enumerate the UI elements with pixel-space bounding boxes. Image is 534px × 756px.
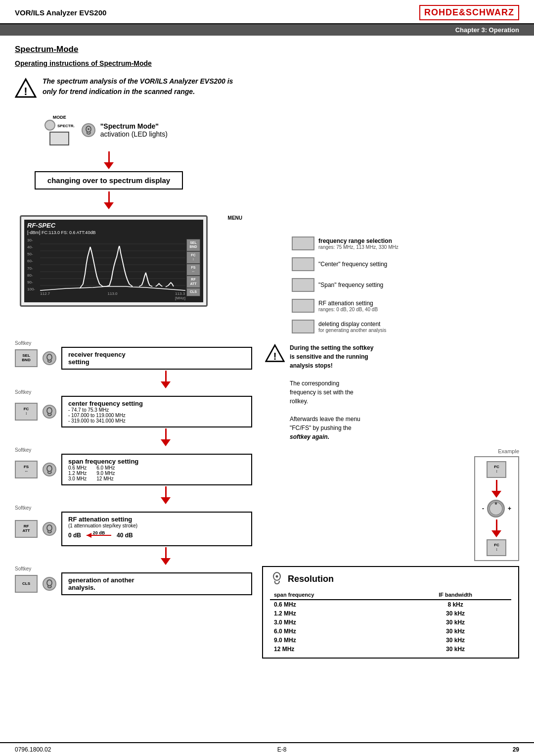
resolution-ear-icon (270, 571, 284, 587)
section-title: Spectrum-Mode (15, 45, 519, 54)
softkey-sublabel-3: ranges: 0 dB, 20 dB, 40 dB (318, 307, 378, 312)
ear-icon (82, 123, 95, 137)
softkey-label-0: frequency range selection (318, 237, 399, 244)
svg-point-3 (88, 128, 89, 130)
step-box-span: span frequency setting 0.6 MHz6.0 MHz 1.… (61, 454, 252, 485)
softkey-label-4: deleting display content (318, 321, 386, 328)
knob[interactable] (487, 500, 505, 518)
softkey-desc-0: frequency range selection ranges: 75 MHz… (318, 237, 399, 250)
warning-box: ! The spectrum analysis of the VOR/ILS A… (15, 73, 519, 106)
ear-icon-1 (43, 351, 56, 365)
menu-label: MENU (228, 215, 242, 221)
softkey-item-1: "Center" frequency setting (292, 257, 519, 271)
softkey-fs[interactable]: FS↔ (15, 461, 38, 478)
res-row-0: 0.6 MHz 8 kHz (270, 600, 511, 609)
svg-point-22 (495, 502, 497, 505)
resolution-label: Resolution (288, 574, 334, 584)
btn-fs[interactable]: FS↔ (186, 264, 200, 276)
softkey-rf-att[interactable]: RFATT (15, 520, 38, 538)
res-bw-3: 30 kHz (400, 627, 511, 636)
ear-icon-4 (43, 522, 56, 536)
step-row-5: CLS generation of anotheranalysis. (15, 572, 252, 595)
btn-rf-att[interactable]: RFATT (186, 276, 200, 288)
svg-point-14 (47, 525, 52, 531)
footer-center: E-8 (277, 746, 287, 753)
screen-wrap: RF-SPEC [-dBm] FC:113.0 FS: 0.6 ATT:40dB… (20, 215, 257, 307)
resolution-title: Resolution (270, 571, 511, 587)
softkey-sublabel-0: ranges: 75 MHz, 113 MHz, 330 MHz (318, 244, 399, 250)
btn-sel-bnd[interactable]: SELBND (186, 239, 200, 251)
softkey-top-5: Softkey (15, 566, 252, 571)
softkey-label-2: "Span" frequency setting (318, 282, 383, 288)
softkey-label-1: "Center" frequency setting (318, 261, 387, 268)
warn2-line8: "FC/FS" by pushing the (290, 425, 352, 431)
softkey-btn-3[interactable] (292, 299, 314, 313)
page: VOR/ILS Analyzer EVS200 ROHDE&SCHWARZ Ch… (0, 0, 534, 756)
softkey-btn-2[interactable] (292, 278, 314, 292)
res-span-2: 3.0 MHz (270, 618, 400, 627)
screen-info: [-dBm] FC:113.0 FS: 0.6 ATT:40dB (27, 230, 200, 235)
warning-icon: ! (15, 77, 37, 103)
atten-40db: 40 dB (117, 532, 133, 539)
screen-chart: 30- 40- 50- 60- 70- 80- 90- 100- (27, 237, 200, 291)
res-row-5: 12 MHz 30 kHz (270, 645, 511, 654)
step-box-span-sub: 0.6 MHz6.0 MHz 1.2 MHz9.0 MHz 3.0 MHz12 … (68, 465, 245, 481)
spectr-label-box: "Spectrum Mode" activation (LED lights) (100, 122, 168, 138)
res-bw-4: 30 kHz (400, 636, 511, 645)
chapter-label: Chapter 3: Operation (455, 26, 519, 34)
softkey-cls[interactable]: CLS (15, 575, 38, 593)
softkey-top-2: Softkey (15, 389, 252, 395)
changing-box: changing over to spectrum display (35, 171, 183, 189)
atten-diagram: 0 dB 20 dB 40 dB (68, 530, 245, 540)
res-bw-2: 30 kHz (400, 618, 511, 627)
lower-left: Softkey SELBND receiver frequencysetting (15, 340, 252, 659)
res-col2-header: IF bandwidth (400, 590, 511, 600)
softkey-desc-3: RF attenation setting ranges: 0 dB, 20 d… (318, 300, 378, 312)
res-span-4: 9.0 MHz (270, 636, 400, 645)
lower-right: ! During the setting the softkey is sens… (262, 340, 519, 659)
softkey-sublabel-4: for generating another analysis (318, 328, 386, 333)
btn-fc[interactable]: FC↕ (186, 251, 200, 264)
res-row-1: 1.2 MHz 30 kHz (270, 609, 511, 618)
btn-cls[interactable]: CLS (186, 288, 200, 296)
arrow-4 (79, 428, 252, 446)
knob-row: - + (482, 500, 511, 518)
res-span-0: 0.6 MHz (270, 600, 400, 609)
subsection-title: Operating instructions of Spectrum-Mode (15, 59, 519, 67)
res-bw-5: 30 kHz (400, 645, 511, 654)
step-row-4: RFATT RF attenation setting (1 attennuat… (15, 512, 252, 546)
warning-text: The spectrum analysis of the VOR/ILS Ana… (43, 76, 233, 97)
softkey-top-4: Softkey (15, 505, 252, 511)
softkey-top-1: Softkey (15, 340, 252, 346)
resolution-box: Resolution span frequency IF bandwidth 0… (262, 566, 519, 659)
warn2-line1: During the setting the softkey (290, 344, 373, 351)
footer-right: 29 (513, 746, 519, 753)
minus-label: - (482, 505, 484, 512)
warning-line1: The spectrum analysis of the VOR/ILS Ana… (43, 77, 233, 85)
step-row-1: SELBND receiver frequencysetting (15, 347, 252, 370)
softkey-sel-bnd[interactable]: SELBND (15, 349, 38, 367)
svg-text:20 dB: 20 dB (93, 530, 105, 535)
softkey-fc[interactable]: FC↕ (15, 403, 38, 421)
screen-buttons: SELBND FC↕ FS↔ RFATT CLS (186, 237, 200, 291)
warn2-line9: softkey again. (290, 433, 329, 440)
example-area: Example FC↕ - (262, 448, 519, 561)
softkey-btn-1[interactable] (292, 257, 314, 271)
example-box: FC↕ - (474, 456, 519, 561)
screen-title: RF-SPEC (27, 222, 200, 229)
warn2-line5: frequency is set with the (290, 389, 354, 396)
softkey-label-3: RF attenation setting (318, 300, 378, 307)
chapter-bar: Chapter 3: Operation (0, 24, 534, 36)
header-title: VOR/ILS Analyzer EVS200 (15, 8, 106, 17)
mode-rect[interactable] (49, 132, 69, 145)
res-bw-0: 8 kHz (400, 600, 511, 609)
example-fc-btn[interactable]: FC↕ (487, 461, 506, 478)
svg-point-24 (276, 575, 278, 578)
example-fc-btn2[interactable]: FC↕ (487, 539, 506, 556)
ear-icon-5 (43, 577, 56, 591)
mode-label: MODE (53, 115, 66, 120)
softkey-btn-0[interactable] (292, 236, 314, 250)
softkey-btn-4[interactable] (292, 320, 314, 333)
step-box-center-sub: - 74.7 to 75.3 MHz - 107.000 to 119.000 … (68, 407, 245, 424)
header: VOR/ILS Analyzer EVS200 ROHDE&SCHWARZ (0, 0, 534, 24)
